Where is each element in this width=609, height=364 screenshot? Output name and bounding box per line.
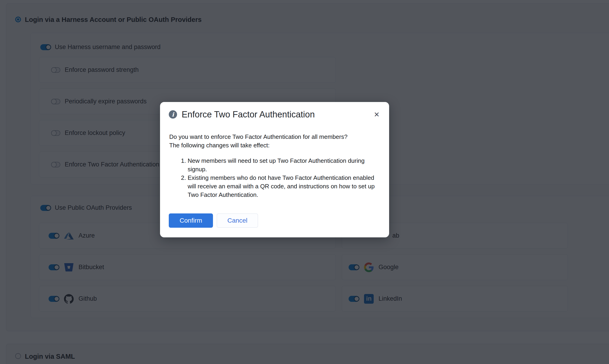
dialog-change-list: New members will need to set up Two Fact… [169,156,380,199]
close-icon[interactable]: ✕ [372,110,381,119]
dialog-title: Enforce Two Factor Authentication [182,110,315,118]
dialog-body: Do you want to enforce Two Factor Authen… [169,133,381,199]
list-item: New members will need to set up Two Fact… [188,156,380,174]
info-icon: i [169,110,177,118]
list-item: Existing members who do not have Two Fac… [188,174,380,199]
dialog-question-line: Do you want to enforce Two Factor Authen… [169,133,381,141]
dialog-actions: Confirm Cancel [169,213,258,228]
dialog-question-line: The following changes will take effect: [169,141,381,150]
confirm-button[interactable]: Confirm [169,213,213,228]
two-factor-confirm-dialog: i Enforce Two Factor Authentication ✕ Do… [160,102,389,237]
cancel-button[interactable]: Cancel [217,213,258,228]
